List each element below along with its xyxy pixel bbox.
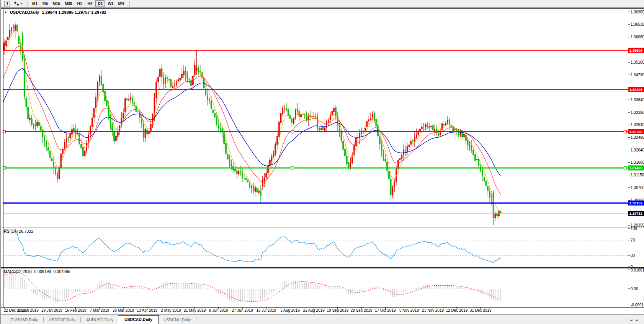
svg-text:8 Jun 2019: 8 Jun 2019 <box>209 308 228 312</box>
ma-slow-line <box>2 69 501 176</box>
svg-text:30: 30 <box>631 253 635 258</box>
svg-text:1.30700: 1.30700 <box>631 186 644 190</box>
svg-text:31 Dec 2019: 31 Dec 2019 <box>470 308 492 312</box>
svg-text:1.32490: 1.32490 <box>631 135 644 140</box>
svg-text:21 May 2019: 21 May 2019 <box>184 308 206 312</box>
tab-usdcad[interactable]: USDCAD,Daily <box>118 315 159 324</box>
svg-text:0.00: 0.00 <box>631 287 638 291</box>
svg-text:2 May 2019: 2 May 2019 <box>161 308 181 312</box>
svg-text:16 Jul 2019: 16 Jul 2019 <box>256 308 276 312</box>
svg-text:23 Nov 2019: 23 Nov 2019 <box>422 308 444 312</box>
macd-indicator-label: MACD(12,26,9) -0.006196 -0.004895 <box>4 269 70 274</box>
horizontal-line[interactable]: 1.31405 <box>3 165 644 170</box>
svg-text:1.34206: 1.34206 <box>629 87 642 92</box>
svg-text:1.34730: 1.34730 <box>631 73 644 77</box>
svg-text:26 Mar 2019: 26 Mar 2019 <box>113 308 134 312</box>
tab-scroll-left-icon: ◄ <box>629 318 635 322</box>
tab-eurusd[interactable]: EURUSD,Daily <box>6 316 42 324</box>
svg-text:13 Apr 2019: 13 Apr 2019 <box>137 308 157 312</box>
svg-text:1.35180: 1.35180 <box>631 60 644 64</box>
chart-symbol-period: USDCAD,Daily <box>10 10 39 15</box>
line-handle[interactable] <box>624 130 627 133</box>
svg-text:1.32700: 1.32700 <box>629 130 642 134</box>
candlestick-series <box>4 21 502 225</box>
svg-text:22 Aug 2019: 22 Aug 2019 <box>303 308 325 312</box>
svg-text:1.36080: 1.36080 <box>631 35 644 39</box>
moving-averages <box>2 30 501 211</box>
svg-text:0.010615: 0.010615 <box>631 268 644 272</box>
ma-mid-line <box>2 46 501 194</box>
svg-text:7 Mar 2019: 7 Mar 2019 <box>90 308 110 312</box>
chart-canvas[interactable]: 1.356061.342061.327001.314051.301521.297… <box>1 0 644 324</box>
svg-text:1.29782: 1.29782 <box>629 211 642 215</box>
svg-text:16 Feb 2019: 16 Feb 2019 <box>65 308 87 312</box>
collapse-icon[interactable]: ▼ <box>4 11 7 14</box>
svg-text:1.31600: 1.31600 <box>631 160 644 164</box>
svg-text:1.31405: 1.31405 <box>629 166 643 170</box>
svg-text:1.33840: 1.33840 <box>631 98 644 102</box>
svg-text:-0.00918: -0.00918 <box>631 303 644 307</box>
svg-text:1.36980: 1.36980 <box>631 10 644 14</box>
tab-separator <box>43 317 44 322</box>
line-handle[interactable] <box>624 166 627 169</box>
tab-separator <box>196 317 196 322</box>
tab-separator <box>80 317 81 322</box>
svg-text:12 Dec 2019: 12 Dec 2019 <box>446 308 468 312</box>
svg-text:27 Jun 2019: 27 Jun 2019 <box>232 308 253 312</box>
tab-usdchf[interactable]: USDCHF,Daily <box>44 316 80 324</box>
rsi-indicator-label: RSI(14) 26.7332 <box>4 229 33 234</box>
date-axis[interactable]: 22 Dec 201810 Jan 201929 Jan 201916 Feb … <box>4 308 492 313</box>
symbol-tab-bar: EURUSD,DailyUSDCHF,DailyAUDUSD,DailyUSDC… <box>1 314 644 324</box>
rsi-pane <box>3 229 628 263</box>
price-axis[interactable]: 1.369801.365301.360801.351801.347301.338… <box>628 10 644 307</box>
svg-text:1.32040: 1.32040 <box>631 148 644 152</box>
svg-text:3 Aug 2019: 3 Aug 2019 <box>280 308 300 312</box>
svg-text:10 Sep 2019: 10 Sep 2019 <box>327 308 349 312</box>
macd-signal-line <box>4 272 501 301</box>
tab-scroll-arrows[interactable]: ◄► <box>629 318 641 322</box>
macd-pane <box>4 271 501 304</box>
trading-terminal-window: T ▾ M1M5M15M30H1H4D1W1MN 1.356061.342061… <box>0 0 644 324</box>
line-handle[interactable] <box>291 130 294 133</box>
rsi-line <box>4 229 501 263</box>
tab-usdcnh[interactable]: USDCNH,Daily <box>159 316 195 324</box>
line-handle[interactable] <box>291 166 294 169</box>
svg-text:29 Jan 2019: 29 Jan 2019 <box>41 308 62 312</box>
horizontal-line[interactable]: 1.35606 <box>3 48 644 53</box>
horizontal-line[interactable]: 1.34206 <box>3 87 644 92</box>
svg-text:70: 70 <box>631 238 635 242</box>
svg-text:5 Nov 2019: 5 Nov 2019 <box>399 308 419 312</box>
svg-text:1.36530: 1.36530 <box>631 22 644 26</box>
svg-text:1.35606: 1.35606 <box>629 48 642 53</box>
horizontal-line[interactable]: 1.30152 <box>3 201 644 206</box>
ma-fast-line <box>2 30 501 211</box>
chart-title: ▼ USDCAD,Daily 1.29844 1.29895 1.29757 1… <box>4 10 106 15</box>
svg-text:10 Jan 2019: 10 Jan 2019 <box>18 308 39 312</box>
svg-text:17 Oct 2019: 17 Oct 2019 <box>375 308 396 312</box>
svg-text:1.30250: 1.30250 <box>631 198 644 202</box>
svg-text:28 Sep 2019: 28 Sep 2019 <box>351 308 373 312</box>
chart-ohlc-values: 1.29844 1.29895 1.29757 1.29782 <box>42 10 106 15</box>
tab-audusd[interactable]: AUDUSD,Daily <box>82 316 118 324</box>
tab-scroll-right-icon: ► <box>635 318 641 322</box>
svg-text:1.33390: 1.33390 <box>631 110 644 115</box>
svg-text:1.31150: 1.31150 <box>631 173 644 177</box>
svg-text:1.32940: 1.32940 <box>631 123 644 127</box>
